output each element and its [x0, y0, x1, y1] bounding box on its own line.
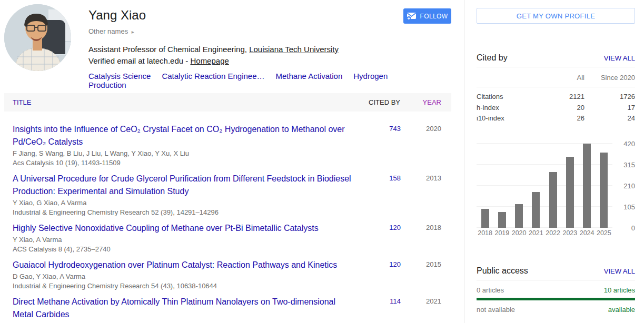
stat-row: h-index 20 17: [477, 104, 635, 115]
verified-email: Verified email at latech.edu - Homepage: [88, 56, 404, 66]
citations-chart: [477, 138, 612, 228]
not-available-label: not available: [477, 306, 515, 314]
x-axis-tick-label: 2022: [544, 229, 561, 237]
stats-col-all: All: [542, 74, 584, 82]
stat-label: Citations: [477, 93, 542, 104]
publications-list: Insights into the Influence of CeO₂ Crys…: [4, 118, 451, 323]
x-axis-tick-label: 2025: [596, 229, 612, 237]
affiliation-link[interactable]: Louisiana Tech University: [249, 45, 339, 54]
bar-column: [544, 172, 561, 228]
cited-by-count[interactable]: 743: [364, 125, 401, 133]
cited-by-count[interactable]: 120: [364, 224, 401, 231]
bar-column: [477, 209, 493, 228]
x-axis-tick-label: 2021: [528, 229, 544, 237]
y-axis-tick-label: 0: [631, 224, 635, 232]
stat-value-since[interactable]: 17: [584, 104, 635, 115]
interests: Catalysis ScienceCatalytic Reaction Engi…: [88, 72, 404, 89]
y-axis-tick-label: 210: [623, 182, 635, 190]
publication-year: 2021: [411, 297, 441, 305]
publication-title-link[interactable]: A Universal Procedure for Crude Glycerol…: [13, 173, 351, 198]
x-axis-tick-label: 2019: [493, 229, 510, 237]
stat-label: i10-index: [477, 114, 542, 125]
publication-year: 2020: [411, 125, 441, 133]
cited-by-count[interactable]: 120: [364, 260, 401, 268]
publication-authors: D Gao, Y Xiao, A Varma: [13, 272, 351, 281]
public-access-progress-bar: [477, 298, 635, 300]
citations-bar-2025[interactable]: [600, 153, 608, 228]
bar-column: [511, 204, 528, 228]
cited-by-count[interactable]: 158: [364, 174, 401, 182]
cited-by-view-all-link[interactable]: VIEW ALL: [604, 54, 635, 62]
vertical-divider: [464, 0, 464, 323]
publication-row: Highly Selective Nonoxidative Coupling o…: [4, 217, 451, 254]
bar-column: [493, 212, 510, 228]
divider: [477, 67, 635, 67]
publication-row: Direct Methane Activation by Atomically …: [4, 290, 451, 323]
stat-label: h-index: [477, 104, 542, 115]
other-names-toggle[interactable]: Other names ▸: [88, 27, 404, 35]
publication-venue: Industrial & Engineering Chemistry Resea…: [13, 282, 351, 290]
chevron-right-icon: ▸: [132, 29, 134, 35]
y-axis-tick-label: 420: [623, 140, 635, 148]
publication-title-link[interactable]: Highly Selective Nonoxidative Coupling o…: [13, 222, 351, 235]
not-available-count: 0 articles: [477, 286, 504, 294]
homepage-link[interactable]: Homepage: [190, 56, 229, 65]
x-axis-tick-label: 2024: [579, 229, 596, 237]
follow-button[interactable]: FOLLOW: [403, 8, 451, 24]
bar-column: [579, 144, 596, 228]
stat-value-all[interactable]: 20: [542, 104, 584, 115]
email-plus-icon: [407, 12, 417, 21]
bar-column: [596, 153, 612, 228]
y-axis-tick-label: 105: [623, 203, 635, 211]
divider: [477, 280, 635, 280]
publication-title-link[interactable]: Guaiacol Hydrodeoxygenation over Platinu…: [13, 259, 351, 271]
interest-tag[interactable]: Methane Activation: [276, 72, 343, 80]
page-title: Yang Xiao: [88, 7, 404, 23]
citations-bar-2022[interactable]: [549, 172, 557, 228]
x-axis-tick-label: 2018: [477, 229, 493, 237]
publication-year: 2013: [411, 174, 441, 182]
interest-tag[interactable]: Catalytic Reaction Enginee…: [162, 72, 264, 80]
cited-by-title: Cited by: [477, 53, 508, 63]
publication-title-link[interactable]: Direct Methane Activation by Atomically …: [13, 296, 351, 321]
publication-year: 2015: [411, 260, 441, 268]
stat-value-all[interactable]: 2121: [542, 93, 584, 104]
public-access-view-all-link[interactable]: VIEW ALL: [604, 267, 635, 275]
affiliation-text: Assistant Professor of Chemical Engineer…: [88, 45, 249, 54]
profile-photo: [4, 4, 71, 71]
sort-by-cited[interactable]: CITED BY: [350, 98, 400, 106]
interest-tag[interactable]: Catalysis Science: [88, 72, 151, 80]
public-access-labels: not available available: [477, 306, 635, 314]
citations-bar-2019[interactable]: [498, 212, 506, 228]
get-my-own-profile-button[interactable]: GET MY OWN PROFILE: [477, 8, 635, 24]
stat-row: Citations 2121 1726: [477, 93, 635, 104]
profile-photo-image: [4, 4, 71, 71]
stat-row: i10-index 26 24: [477, 114, 635, 125]
stat-value-since[interactable]: 1726: [584, 93, 635, 104]
available-label: available: [608, 306, 635, 314]
stats-col-since: Since 2020: [584, 74, 635, 82]
publication-row: A Universal Procedure for Crude Glycerol…: [4, 167, 451, 217]
citations-bar-2018[interactable]: [481, 209, 489, 228]
stat-value-since[interactable]: 24: [584, 114, 635, 125]
citations-bar-2024[interactable]: [583, 144, 591, 228]
publication-authors: Y Xiao, G Xiao, A Varma: [13, 199, 351, 207]
citations-bar-2021[interactable]: [532, 192, 540, 228]
publication-title-link[interactable]: Insights into the Influence of CeO₂ Crys…: [13, 123, 351, 148]
publication-row: Guaiacol Hydrodeoxygenation over Platinu…: [4, 254, 451, 290]
citations-bar-2023[interactable]: [566, 157, 574, 228]
chart-x-axis-labels: 20182019202020212022202320242025: [477, 229, 612, 237]
stats-column-headers: All Since 2020: [477, 74, 635, 82]
divider: [477, 87, 635, 87]
publication-authors: Y Xiao, A Varma: [13, 236, 351, 244]
sort-by-title[interactable]: TITLE: [4, 98, 350, 106]
cited-by-count[interactable]: 114: [364, 297, 401, 305]
stat-value-all[interactable]: 26: [542, 114, 584, 125]
sort-by-year[interactable]: YEAR: [411, 98, 441, 106]
publication-row: Insights into the Influence of CeO₂ Crys…: [4, 118, 451, 167]
citations-bar-2020[interactable]: [515, 204, 523, 228]
other-names-label: Other names: [88, 27, 128, 35]
available-count-link[interactable]: 10 articles: [604, 286, 635, 294]
public-access-title: Public access: [477, 266, 528, 276]
bar-column: [561, 157, 578, 228]
